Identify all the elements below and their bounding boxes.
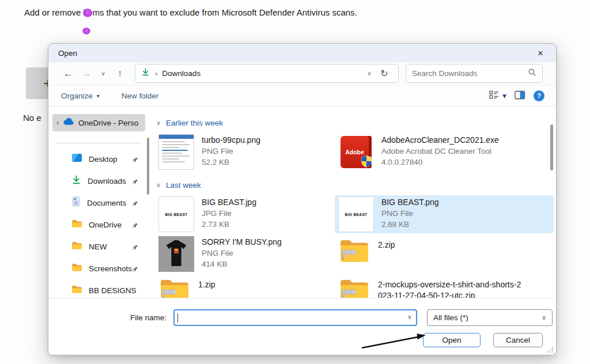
sidebar-item-downloads[interactable]: Downloads xyxy=(52,170,148,192)
sidebar-item-desktop[interactable]: Desktop xyxy=(52,148,148,170)
file-item[interactable]: 1.zip xyxy=(155,275,335,298)
file-item[interactable]: 2-mockups-oversize-t-shirt-and-shorts-20… xyxy=(335,275,554,298)
tshirt-graphic xyxy=(163,240,190,268)
sidebar-separator xyxy=(56,143,142,143)
refresh-button[interactable]: ↻ xyxy=(376,66,392,82)
thumbnail-text: BIG BEAST xyxy=(165,213,188,217)
file-name: 1.zip xyxy=(198,279,215,290)
file-name-input[interactable] xyxy=(177,311,401,324)
zip-folder-icon xyxy=(158,276,191,298)
file-item[interactable]: SORRY I'M BUSY.png PNG File 414 KB xyxy=(155,235,335,273)
new-folder-label: New folder xyxy=(122,92,159,100)
group-label: Last week xyxy=(166,181,201,189)
file-size: 4.0.0.27840 xyxy=(381,157,499,168)
uac-shield-icon xyxy=(361,155,372,170)
sidebar-item-onedrive-personal[interactable]: › OneDrive - Perso xyxy=(52,114,145,131)
file-item-selected[interactable]: BIG BEAST BIG BEAST.png PNG File 2.68 KB xyxy=(335,195,554,233)
recent-locations-button[interactable]: ∨ xyxy=(96,65,111,82)
resize-grip-icon[interactable] xyxy=(546,346,553,352)
sidebar-item-documents[interactable]: Documents xyxy=(52,192,148,214)
file-item[interactable]: BIG BEAST BIG BEAST.jpg JPG File 2.73 KB xyxy=(155,195,335,233)
document-icon xyxy=(71,196,81,209)
file-item[interactable]: turbo-99cpu.png PNG File 52.2 KB xyxy=(155,133,335,171)
file-list: ∨ Earlier this week xyxy=(148,108,556,298)
group-header-last-week[interactable]: ∨ Last week xyxy=(156,179,550,191)
text-caret xyxy=(177,313,178,323)
file-name: SORRY I'M BUSY.png xyxy=(202,237,282,248)
search-box xyxy=(406,64,543,83)
sidebar-item-screenshots[interactable]: Screenshots xyxy=(52,257,148,279)
back-icon: ← xyxy=(63,68,73,79)
dialog-main: › OneDrive - Perso Desktop xyxy=(48,108,556,298)
file-item[interactable]: 2.zip xyxy=(335,235,554,268)
page-heading: Add or remove items that you want to exc… xyxy=(24,7,357,17)
thumbnail-text: BIG BEAST xyxy=(345,213,368,217)
pin-icon xyxy=(132,264,138,275)
forward-icon: → xyxy=(82,68,92,79)
address-bar[interactable]: › Downloads ∨ ↻ xyxy=(135,64,399,83)
organize-button[interactable]: Organize ▾ xyxy=(61,92,100,100)
chevron-down-icon: ∨ xyxy=(542,314,546,321)
collapse-chevron-icon: ∨ xyxy=(156,181,161,189)
file-name: 2-mockups-oversize-t-shirt-and-shorts-20… xyxy=(378,279,523,298)
address-dropdown-button[interactable]: ∨ xyxy=(362,70,376,77)
back-button[interactable]: ← xyxy=(59,65,77,82)
chevron-down-icon[interactable]: ∨ xyxy=(407,313,412,321)
file-thumbnail: BIG BEAST xyxy=(338,196,374,232)
file-name: 2.zip xyxy=(378,240,395,251)
folder-icon xyxy=(71,285,82,296)
file-item[interactable]: Adobe AdobeAcroCleaner_DC2021.exe Adobe … xyxy=(335,133,554,171)
sidebar-item-label: Documents xyxy=(87,199,126,207)
pin-icon xyxy=(132,199,138,209)
file-list-scrollbar[interactable] xyxy=(550,124,553,170)
search-input[interactable] xyxy=(412,69,528,78)
folder-icon xyxy=(71,263,82,274)
downloads-folder-icon xyxy=(141,68,150,79)
change-view-button[interactable]: ▾ xyxy=(489,90,506,101)
sidebar-item-label: Downloads xyxy=(88,177,126,185)
cursor-highlight-dot xyxy=(82,28,90,35)
sidebar-scrollbar[interactable] xyxy=(147,138,149,195)
dialog-footer: File name: ∨ All files (*) ∨ Open Cancel xyxy=(48,298,556,355)
help-button[interactable]: ? xyxy=(534,90,544,101)
view-mode-icon xyxy=(489,90,499,101)
sidebar-item-new[interactable]: NEW xyxy=(52,236,148,257)
sidebar-item-label: OneDrive xyxy=(89,221,122,229)
sidebar-item-onedrive-folder[interactable]: OneDrive xyxy=(52,214,148,236)
dialog-titlebar: Open ✕ xyxy=(48,44,556,62)
file-type-select[interactable]: All files (*) ∨ xyxy=(427,309,553,326)
close-button[interactable]: ✕ xyxy=(530,45,551,61)
folder-icon xyxy=(71,241,82,252)
caret-down-icon: ▾ xyxy=(502,92,506,100)
file-name: turbo-99cpu.png xyxy=(202,135,260,146)
toolbar-right-group: ▾ ? xyxy=(489,90,544,101)
file-size: 2.73 KB xyxy=(202,219,256,230)
zip-folder-icon xyxy=(338,236,370,265)
forward-button[interactable]: → xyxy=(77,65,96,82)
open-file-dialog: Open ✕ ← → ∨ ↑ › Down xyxy=(48,43,557,355)
preview-pane-button[interactable] xyxy=(515,90,525,101)
file-thumbnail xyxy=(158,134,194,170)
sidebar-item-label: OneDrive - Perso xyxy=(78,119,138,127)
windows-security-page: Add or remove items that you want to exc… xyxy=(0,0,590,364)
zip-folder-icon xyxy=(338,276,370,298)
file-size: 414 KB xyxy=(202,259,282,270)
expand-chevron-icon: › xyxy=(56,119,59,127)
up-button[interactable]: ↑ xyxy=(111,65,129,82)
help-icon: ? xyxy=(534,90,544,101)
cancel-button[interactable]: Cancel xyxy=(493,333,543,347)
file-thumbnail: BIG BEAST xyxy=(158,196,194,232)
open-button[interactable]: Open xyxy=(423,333,481,347)
file-name: AdobeAcroCleaner_DC2021.exe xyxy=(381,135,499,146)
file-name: BIG BEAST.jpg xyxy=(202,197,256,208)
file-thumbnail xyxy=(158,236,194,272)
pin-icon xyxy=(132,242,138,253)
refresh-icon: ↻ xyxy=(380,69,388,78)
pin-icon xyxy=(132,221,138,231)
new-folder-button[interactable]: New folder xyxy=(122,92,159,100)
chevron-down-icon: ∨ xyxy=(101,70,105,77)
group-header-earlier-this-week[interactable]: ∨ Earlier this week xyxy=(156,117,550,128)
breadcrumb-location[interactable]: Downloads xyxy=(162,69,201,78)
file-type: PNG File xyxy=(381,208,439,219)
sidebar-item-label: Screenshots xyxy=(89,264,132,273)
